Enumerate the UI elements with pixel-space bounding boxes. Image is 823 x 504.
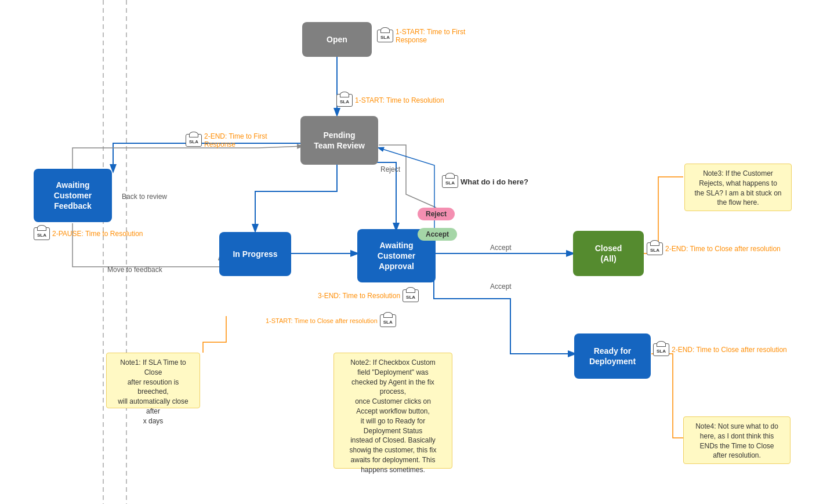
- pending-team-review-node: PendingTeam Review: [300, 116, 378, 165]
- sla-icon-9: SLA: [653, 343, 669, 356]
- note2-box: Note2: If Checkbox Customfield "Deployme…: [333, 353, 452, 469]
- note1-box: Note1: If SLA Time to Closeafter resouti…: [106, 353, 200, 408]
- sla-icon-6: SLA: [403, 289, 419, 302]
- sla-label-9: 2-END: Time to Close after resolution: [672, 346, 787, 354]
- sla-label-8: 2-END: Time to Close after resolution: [665, 245, 781, 253]
- reject-button[interactable]: Reject: [418, 208, 455, 220]
- sla-badge-3: SLA 2-END: Time to FirstResponse: [186, 132, 267, 148]
- note4-box: Note4: Not sure what to dohere, as I don…: [683, 416, 791, 464]
- sla-label-3: 2-END: Time to FirstResponse: [204, 132, 267, 148]
- sla-badge-4: SLA 2-PAUSE: Time to Resolution: [34, 227, 143, 240]
- sla-icon-8: SLA: [647, 242, 663, 255]
- sla-badge-5: SLA What do i do here?: [442, 175, 528, 188]
- sla-label-4: 2-PAUSE: Time to Resolution: [52, 230, 143, 238]
- note3-box: Note3: If the CustomerRejects, what happ…: [684, 164, 792, 211]
- open-node: Open: [302, 22, 372, 57]
- ready-for-deployment-node: Ready forDeployment: [574, 333, 651, 379]
- sla-icon-7: SLA: [380, 314, 396, 327]
- move-to-feedback-label: Move to feedback: [107, 266, 162, 274]
- sla-icon-1: SLA: [377, 30, 393, 42]
- sla-badge-7: 1-START: Time to Close after resolution …: [266, 314, 396, 327]
- sla-icon-3: SLA: [186, 134, 202, 147]
- back-to-review-label: Back to review: [122, 193, 167, 201]
- closed-all-node: Closed(All): [573, 231, 644, 276]
- sla-label-7: 1-START: Time to Close after resolution: [266, 317, 378, 324]
- accept-label-2: Accept: [490, 282, 512, 291]
- reject-label: Reject: [380, 165, 400, 173]
- sla-badge-9: SLA 2-END: Time to Close after resolutio…: [653, 343, 787, 356]
- sla-badge-1: SLA 1-START: Time to FirstResponse: [377, 28, 465, 44]
- sla-icon-5: SLA: [442, 175, 458, 188]
- in-progress-node: In Progress: [219, 232, 291, 276]
- sla-label-2: 1-START: Time to Resolution: [355, 96, 444, 104]
- sla-badge-2: SLA 1-START: Time to Resolution: [336, 94, 444, 107]
- sla-badge-8: SLA 2-END: Time to Close after resolutio…: [647, 242, 781, 255]
- sla-icon-4: SLA: [34, 227, 50, 240]
- sla-label-1: 1-START: Time to FirstResponse: [396, 28, 465, 44]
- accept-button[interactable]: Accept: [418, 228, 457, 241]
- sla-badge-6: 3-END: Time to Resolution SLA: [318, 289, 419, 302]
- accept-label-1: Accept: [490, 244, 512, 252]
- sla-icon-2: SLA: [336, 94, 353, 107]
- awaiting-customer-feedback-node: AwaitingCustomerFeedback: [34, 169, 112, 222]
- sla-label-5: What do i do here?: [461, 177, 528, 186]
- sla-label-6: 3-END: Time to Resolution: [318, 292, 400, 300]
